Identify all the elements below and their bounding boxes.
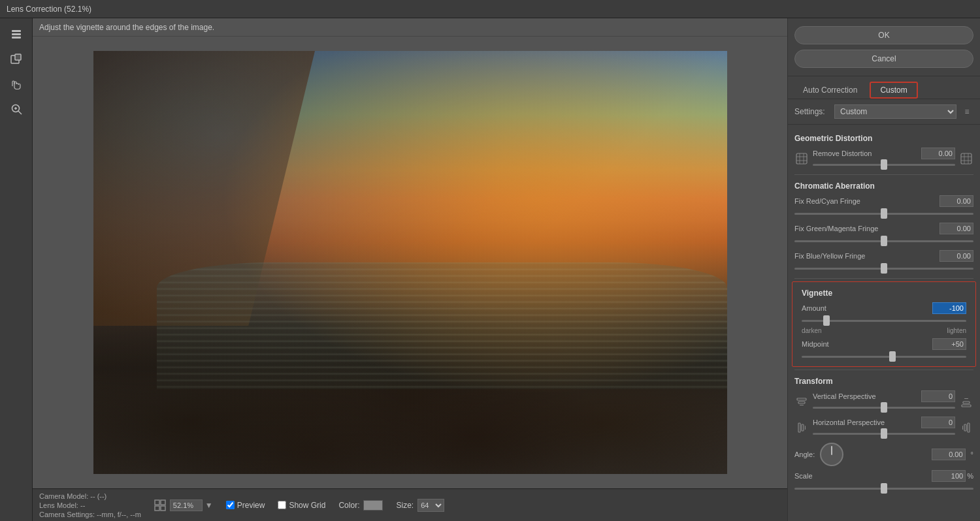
fix-red-cyan-slider[interactable] [794,208,973,219]
vignette-midpoint-thumb[interactable] [889,351,896,362]
svg-rect-13 [796,153,807,164]
settings-menu-icon[interactable]: ≡ [960,105,973,118]
fix-red-cyan-row: Fix Red/Cyan Fringe [788,193,980,221]
preview-checkbox-label[interactable]: Preview [226,501,265,510]
chromatic-aberration-section: Chromatic Aberration Fix Red/Cyan Fringe [788,178,980,276]
fix-green-magenta-top: Fix Green/Magenta Fringe [794,223,973,234]
angle-dial[interactable] [820,443,843,466]
fix-red-cyan-thumb[interactable] [881,208,887,219]
zoom-controls: ▼ [154,499,213,511]
show-grid-checkbox[interactable] [278,501,286,509]
fix-blue-yellow-row: Fix Blue/Yellow Fringe [788,248,980,276]
svg-rect-16 [798,402,805,403]
transform-header: Transform [788,373,980,388]
svg-rect-11 [155,506,159,511]
svg-rect-26 [962,426,963,430]
remove-distortion-slider[interactable] [813,159,955,170]
distortion-grid-icon-right [959,151,973,166]
vignette-amount-thumb[interactable] [823,315,830,326]
horizontal-perspective-thumb[interactable] [881,428,887,439]
fix-red-cyan-track [794,213,973,215]
tab-custom[interactable]: Custom [870,82,917,99]
lens-model: Lens Model: -- [39,501,141,509]
vignette-amount-value[interactable] [932,302,966,314]
vertical-perspective-label: Vertical Perspective [813,392,876,400]
scale-track [794,488,973,490]
color-label: Color: [338,501,359,510]
tab-auto-correction[interactable]: Auto Correction [793,82,867,99]
vignette-midpoint-value[interactable] [932,338,966,350]
angle-row: Angle: ° [788,441,980,468]
scale-value[interactable] [932,470,966,482]
zoom-input[interactable] [170,499,203,511]
vignette-amount-top: Amount [802,302,966,314]
fix-green-magenta-thumb[interactable] [881,236,887,246]
vignette-header: Vignette [795,285,973,300]
divider-1 [794,174,973,175]
hand-tool-icon[interactable] [5,73,27,95]
angle-label: Angle: [794,450,815,458]
settings-row: Settings: Custom Default Previous Conver… [788,99,980,125]
svg-rect-1 [12,33,21,35]
scale-row: Scale % [788,468,980,496]
size-select[interactable]: 64 32 128 [417,499,444,512]
svg-rect-25 [964,424,966,431]
fix-red-cyan-top: Fix Red/Cyan Fringe [794,195,973,207]
svg-rect-12 [161,506,165,511]
svg-line-6 [18,111,22,114]
camera-info: Camera Model: -- (--) Lens Model: -- Cam… [39,492,141,518]
scale-thumb[interactable] [881,483,887,494]
horizontal-perspective-icon [794,420,809,435]
divider-2 [794,278,973,279]
ok-button[interactable]: OK [794,26,973,44]
scale-unit: % [967,472,973,480]
vertical-perspective-row: Vertical Perspective [788,388,980,415]
fix-blue-yellow-thumb[interactable] [881,263,887,274]
horizontal-perspective-value[interactable] [921,417,955,428]
vignette-section: Vignette Amount darken lighten [792,281,976,367]
image-adjust-tool-icon[interactable] [5,48,27,71]
panel-content: Geometric Distortion Remove Distortion [788,125,980,521]
cancel-button[interactable]: Cancel [794,50,973,68]
color-swatch[interactable] [363,500,383,511]
svg-rect-17 [800,405,804,405]
instruction-text: Adjust the vignette around the edges of … [39,23,214,32]
divider-3 [794,370,973,370]
scale-top: Scale % [794,470,973,482]
vertical-perspective-slider[interactable] [813,402,955,413]
layers-tool-icon[interactable] [5,24,27,46]
vignette-amount-slider[interactable] [802,315,966,326]
fix-green-magenta-slider[interactable] [794,236,973,246]
vignette-midpoint-slider[interactable] [802,351,966,362]
action-buttons: OK Cancel [788,18,980,76]
vignette-amount-track [802,320,966,322]
settings-dropdown[interactable]: Custom Default Previous Conversion [834,104,956,119]
remove-distortion-value[interactable] [921,148,955,159]
scale-slider[interactable] [794,483,973,494]
vertical-perspective-thumb[interactable] [881,402,887,413]
color-control: Color: [338,500,383,511]
vignette-midpoint-track [802,356,966,358]
scale-value-group: % [932,470,973,482]
remove-distortion-thumb[interactable] [881,159,887,170]
vertical-perspective-value[interactable] [921,390,955,402]
fix-blue-yellow-slider[interactable] [794,263,973,274]
fix-red-cyan-value[interactable] [939,195,973,207]
fix-blue-yellow-track [794,268,973,270]
photo-canvas [93,51,727,474]
size-control: Size: 64 32 128 [396,499,444,512]
degree-symbol: ° [971,450,973,458]
remove-distortion-top: Remove Distortion [813,148,955,159]
angle-value[interactable] [932,449,966,460]
remove-distortion-track [813,164,955,166]
zoom-tool-icon[interactable] [5,98,27,120]
fix-green-magenta-value[interactable] [939,223,973,234]
show-grid-checkbox-label[interactable]: Show Grid [278,501,325,510]
fix-blue-yellow-label: Fix Blue/Yellow Fringe [794,252,865,260]
status-bar: Camera Model: -- (--) Lens Model: -- Cam… [33,488,787,521]
preview-checkbox[interactable] [226,501,235,509]
vertical-perspective-slider-group: Vertical Perspective [813,390,955,413]
horizontal-perspective-slider[interactable] [813,428,955,439]
fix-blue-yellow-value[interactable] [939,250,973,262]
zoom-dropdown-arrow[interactable]: ▼ [205,501,213,510]
